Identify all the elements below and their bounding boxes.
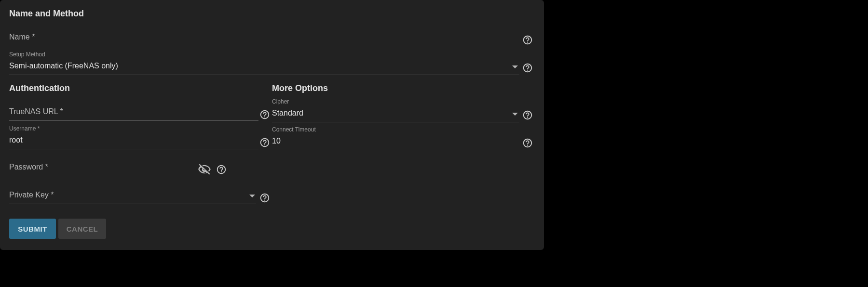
underline	[9, 46, 519, 46]
help-icon[interactable]	[259, 137, 270, 148]
ssh-connection-form: Name and Method Name * Setup Method Semi…	[0, 0, 544, 250]
help-icon[interactable]	[522, 110, 533, 120]
username-label: Username *	[9, 125, 40, 132]
help-icon[interactable]	[259, 193, 270, 203]
password-field[interactable]: Password *	[9, 160, 193, 176]
setup-method-select[interactable]: Setup Method Semi-automatic (FreeNAS onl…	[9, 59, 519, 75]
password-label: Password *	[9, 163, 48, 171]
section-title-name-method: Name and Method	[9, 9, 84, 19]
help-icon[interactable]	[522, 138, 533, 148]
submit-button[interactable]: SUBMIT	[9, 219, 56, 239]
underline	[9, 176, 193, 176]
help-icon[interactable]	[522, 35, 533, 45]
visibility-off-icon[interactable]	[198, 163, 211, 176]
underline	[9, 149, 258, 149]
setup-method-label: Setup Method	[9, 51, 45, 58]
truenas-url-field[interactable]: TrueNAS URL *	[9, 104, 258, 121]
underline	[9, 75, 519, 75]
chevron-down-icon[interactable]	[512, 65, 518, 68]
setup-method-value: Semi-automatic (FreeNAS only)	[9, 62, 118, 70]
underline	[272, 122, 519, 122]
underline	[272, 150, 519, 150]
section-title-authentication: Authentication	[9, 83, 70, 93]
cipher-select[interactable]: Cipher Standard	[272, 106, 519, 122]
cancel-button[interactable]: CANCEL	[58, 219, 106, 239]
help-icon[interactable]	[216, 164, 227, 175]
private-key-label: Private Key *	[9, 191, 54, 199]
connect-timeout-value: 10	[272, 137, 281, 145]
chevron-down-icon[interactable]	[512, 113, 518, 116]
cipher-value: Standard	[272, 109, 303, 117]
section-title-more-options: More Options	[272, 83, 328, 93]
username-field[interactable]: Username * root	[9, 133, 258, 149]
underline	[9, 120, 258, 121]
connect-timeout-label: Connect Timeout	[272, 126, 316, 133]
chevron-down-icon[interactable]	[249, 195, 255, 197]
help-icon[interactable]	[259, 109, 270, 120]
help-icon[interactable]	[522, 63, 533, 73]
name-field[interactable]: Name *	[9, 30, 519, 46]
underline	[9, 204, 256, 204]
name-label: Name *	[9, 33, 35, 41]
connect-timeout-field[interactable]: Connect Timeout 10	[272, 134, 519, 150]
cipher-label: Cipher	[272, 98, 289, 105]
truenas-url-label: TrueNAS URL *	[9, 107, 63, 116]
username-value: root	[9, 136, 23, 144]
private-key-select[interactable]: Private Key *	[9, 188, 256, 204]
